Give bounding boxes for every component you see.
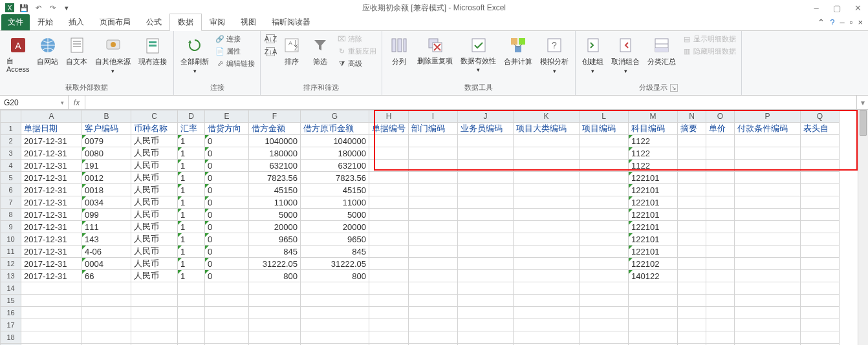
cell[interactable] (678, 246, 706, 258)
cell[interactable] (409, 307, 458, 319)
header-cell[interactable]: 借贷方向 (205, 123, 249, 135)
cell[interactable] (514, 221, 580, 233)
cell[interactable] (706, 319, 735, 331)
cell[interactable]: 5000 (301, 209, 369, 221)
cell[interactable] (801, 331, 840, 344)
cell[interactable]: 800 (249, 270, 301, 282)
cell[interactable]: 31222.05 (301, 258, 369, 270)
cell[interactable] (706, 147, 735, 160)
cell[interactable] (369, 282, 409, 295)
cell[interactable] (205, 282, 249, 295)
cell[interactable]: 人民币 (131, 246, 178, 258)
cell[interactable] (369, 295, 409, 307)
cell[interactable] (458, 233, 514, 246)
cell[interactable] (301, 307, 369, 319)
cell[interactable]: 632100 (301, 160, 369, 172)
cell[interactable] (409, 135, 458, 147)
cell[interactable]: 1 (178, 209, 205, 221)
remove-duplicates-button[interactable]: 删除重复项 (415, 34, 455, 67)
cell[interactable]: 1 (178, 233, 205, 246)
cell[interactable] (369, 160, 409, 172)
clear-filter-button[interactable]: ⌧清除 (336, 34, 378, 45)
cell[interactable] (249, 295, 301, 307)
cell[interactable] (580, 172, 629, 184)
cell[interactable] (409, 258, 458, 270)
cell[interactable] (458, 196, 514, 209)
cell[interactable]: 1 (178, 160, 205, 172)
cell[interactable] (801, 307, 840, 319)
cell[interactable]: 20000 (249, 221, 301, 233)
cell[interactable]: 0 (205, 221, 249, 233)
cell[interactable] (458, 246, 514, 258)
cell[interactable] (678, 172, 706, 184)
restore-workbook-icon[interactable]: ▫ (850, 17, 853, 27)
cell[interactable]: 11000 (249, 196, 301, 209)
cell[interactable]: 2017-12-31 (21, 209, 82, 221)
cell[interactable] (580, 196, 629, 209)
tab-formulas[interactable]: 公式 (138, 14, 169, 30)
cell[interactable] (580, 160, 629, 172)
col-header-C[interactable]: C (131, 110, 178, 123)
cell[interactable] (409, 282, 458, 295)
col-header-H[interactable]: H (369, 110, 409, 123)
cell[interactable]: 0 (205, 246, 249, 258)
cell[interactable] (301, 295, 369, 307)
cell[interactable] (369, 319, 409, 331)
window-options-icon[interactable]: – (840, 17, 845, 27)
cell[interactable] (706, 135, 735, 147)
cell[interactable] (409, 196, 458, 209)
cell[interactable] (369, 307, 409, 319)
cell[interactable]: 122101 (629, 209, 678, 221)
cell[interactable] (131, 295, 178, 307)
cell[interactable] (458, 295, 514, 307)
cell[interactable] (735, 196, 801, 209)
cell[interactable] (706, 209, 735, 221)
cell[interactable]: 人民币 (131, 184, 178, 196)
cell[interactable] (131, 307, 178, 319)
cell[interactable]: 2017-12-31 (21, 147, 82, 160)
cell[interactable]: 845 (301, 246, 369, 258)
cell[interactable]: 45150 (249, 184, 301, 196)
cell[interactable]: 2017-12-31 (21, 172, 82, 184)
cell[interactable] (409, 160, 458, 172)
cell[interactable] (735, 209, 801, 221)
worksheet-grid[interactable]: ABCDEFGHIJKLMNOPQ1单据日期客户编码币种名称汇率借贷方向借方金额… (0, 110, 868, 345)
col-header-Q[interactable]: Q (801, 110, 840, 123)
cell[interactable] (580, 307, 629, 319)
cell[interactable] (409, 319, 458, 331)
row-header-14[interactable]: 14 (1, 282, 21, 295)
cell[interactable] (735, 184, 801, 196)
header-cell[interactable]: 借方原币金额 (301, 123, 369, 135)
cell[interactable] (678, 147, 706, 160)
cell[interactable]: 0 (205, 160, 249, 172)
header-cell[interactable]: 摘要 (678, 123, 706, 135)
cell[interactable] (735, 246, 801, 258)
group-button[interactable]: 创建组▾ (580, 34, 606, 76)
cell[interactable] (801, 160, 840, 172)
cell[interactable] (678, 331, 706, 344)
cell[interactable] (514, 295, 580, 307)
row-header-17[interactable]: 17 (1, 319, 21, 331)
cell[interactable] (706, 295, 735, 307)
col-header-O[interactable]: O (706, 110, 735, 123)
cell[interactable] (409, 209, 458, 221)
cell[interactable] (205, 295, 249, 307)
cell[interactable] (514, 172, 580, 184)
cell[interactable]: 7823.56 (301, 172, 369, 184)
cell[interactable]: 0018 (82, 184, 131, 196)
cell[interactable] (801, 196, 840, 209)
sort-asc-button[interactable]: A↓Z (265, 34, 276, 44)
cell[interactable]: 人民币 (131, 209, 178, 221)
cell[interactable]: 人民币 (131, 258, 178, 270)
cell[interactable] (249, 319, 301, 331)
col-header-L[interactable]: L (580, 110, 629, 123)
cell[interactable]: 人民币 (131, 196, 178, 209)
cell[interactable] (409, 295, 458, 307)
header-cell[interactable]: 单价 (706, 123, 735, 135)
cell[interactable] (678, 221, 706, 233)
cell[interactable]: 人民币 (131, 172, 178, 184)
vertical-scrollbar[interactable] (858, 110, 868, 345)
cell[interactable] (678, 160, 706, 172)
cell[interactable]: 1 (178, 184, 205, 196)
cell[interactable] (801, 258, 840, 270)
